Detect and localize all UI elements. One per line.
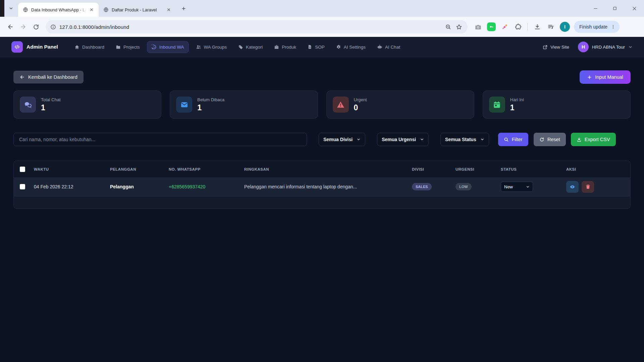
- url-text[interactable]: 127.0.0.1:8000/admin/inbound: [59, 24, 443, 30]
- tab-title: Data Inbound WhatsApp - Lara: [31, 7, 88, 12]
- code-logo-icon: [11, 41, 23, 53]
- browser-tab-strip: Data Inbound WhatsApp - Lara Daftar Prod…: [0, 0, 644, 17]
- user-avatar: H: [578, 42, 589, 52]
- nav-items: Dashboard Projects Inbound WA WA Groups …: [70, 41, 405, 53]
- filter-button[interactable]: Filter: [498, 133, 528, 146]
- close-window-button[interactable]: [625, 0, 644, 17]
- cell-ringkasan: Pelanggan mencari informasi tentang lapt…: [244, 184, 412, 189]
- downloads-icon[interactable]: [532, 21, 543, 33]
- eyedropper-icon[interactable]: [499, 21, 511, 33]
- table-footer: [14, 196, 630, 208]
- key-icon: [487, 22, 496, 31]
- refresh-icon: [539, 137, 544, 142]
- folder-icon: [116, 45, 121, 50]
- nav-item-sop[interactable]: SOP: [303, 42, 329, 53]
- urgensi-select[interactable]: Semua Urgensi: [377, 133, 429, 146]
- export-csv-label: Export CSV: [585, 137, 610, 142]
- maximize-button[interactable]: [605, 0, 625, 17]
- finish-update-button[interactable]: Finish update: [574, 21, 620, 33]
- view-button[interactable]: [566, 181, 579, 193]
- close-icon[interactable]: [88, 6, 95, 13]
- nav-item-wa-groups[interactable]: WA Groups: [192, 41, 231, 53]
- briefcase-icon: [274, 45, 279, 50]
- col-whatsapp: NO. WHATSAPP: [169, 167, 244, 171]
- view-site-label: View Site: [550, 45, 569, 50]
- inbound-table: WAKTU PELANGGAN NO. WHATSAPP RINGKASAN D…: [13, 161, 631, 209]
- address-bar[interactable]: 127.0.0.1:8000/admin/inbound: [46, 20, 468, 34]
- back-to-dashboard-button[interactable]: Kembali ke Dashboard: [13, 71, 84, 83]
- calendar-icon: [489, 97, 505, 113]
- chevron-down-icon: [628, 45, 633, 49]
- status-select[interactable]: Semua Status: [440, 133, 489, 146]
- cell-waktu: 04 Feb 2026 22:12: [34, 184, 110, 189]
- window-corner: [0, 0, 4, 17]
- back-icon[interactable]: [4, 20, 17, 33]
- mail-icon: [176, 97, 192, 113]
- table-row: 04 Feb 2026 22:12 Pelanggan +62856599374…: [14, 177, 630, 196]
- forward-icon[interactable]: [17, 20, 30, 33]
- user-menu[interactable]: H HRD ABNA Tour: [578, 42, 633, 52]
- row-checkbox[interactable]: [20, 184, 25, 189]
- eye-icon: [570, 184, 575, 190]
- cell-pelanggan: Pelanggan: [110, 184, 169, 189]
- col-urgensi: URGENSI: [455, 167, 501, 171]
- nav-item-kategori[interactable]: Kategori: [234, 42, 267, 53]
- reset-button[interactable]: Reset: [534, 133, 566, 146]
- whatsapp-icon: [152, 45, 157, 50]
- download-icon: [577, 137, 582, 142]
- chevron-down-icon: [420, 137, 424, 141]
- nav-item-ai-settings[interactable]: AI Settings: [332, 42, 370, 53]
- delete-button[interactable]: [582, 181, 594, 193]
- filter-button-label: Filter: [512, 137, 523, 142]
- view-site-link[interactable]: View Site: [543, 45, 569, 50]
- media-queue-icon[interactable]: [545, 21, 556, 33]
- bookmark-star-icon[interactable]: [453, 21, 464, 32]
- nav-item-label: Kategori: [246, 45, 263, 50]
- brand[interactable]: Admin Panel: [11, 41, 58, 53]
- select-all-checkbox[interactable]: [20, 167, 25, 172]
- tab-search-button[interactable]: [6, 3, 16, 13]
- external-link-icon: [543, 45, 548, 50]
- nav-item-label: AI Settings: [344, 45, 366, 50]
- input-manual-button[interactable]: Input Manual: [580, 70, 631, 84]
- gear-icon: [336, 45, 341, 50]
- plus-icon: [587, 75, 592, 80]
- row-status-select[interactable]: New: [501, 182, 533, 192]
- brand-name: Admin Panel: [26, 44, 58, 50]
- nav-item-produk[interactable]: Produk: [270, 42, 301, 53]
- extensions-puzzle-icon[interactable]: [513, 21, 524, 33]
- col-status: STATUS: [501, 167, 566, 171]
- nav-item-label: AI Chat: [385, 45, 400, 50]
- nav-item-ai-chat[interactable]: AI Chat: [373, 41, 405, 53]
- new-tab-button[interactable]: [178, 3, 189, 13]
- trash-icon: [585, 184, 591, 189]
- nav-item-dashboard[interactable]: Dashboard: [70, 42, 109, 53]
- input-manual-label: Input Manual: [595, 74, 623, 80]
- camera-icon[interactable]: [472, 21, 484, 33]
- nav-item-inbound-wa[interactable]: Inbound WA: [147, 41, 189, 53]
- toolbar-divider: [527, 23, 528, 31]
- window-controls: [586, 0, 644, 17]
- close-icon[interactable]: [165, 6, 172, 13]
- password-extension-icon[interactable]: [486, 21, 497, 33]
- stat-value: 1: [197, 103, 224, 112]
- divisi-badge: SALES: [412, 183, 432, 190]
- stat-card-urgent: Urgent 0: [326, 90, 474, 119]
- export-csv-button[interactable]: Export CSV: [571, 133, 616, 146]
- browser-tab-inactive[interactable]: Daftar Produk - Laravel: [99, 3, 176, 17]
- browser-menu-icon[interactable]: [609, 22, 618, 31]
- reload-icon[interactable]: [30, 20, 42, 33]
- warning-triangle-icon: [333, 97, 349, 113]
- cell-whatsapp-number[interactable]: +6285659937420: [169, 184, 244, 189]
- search-input[interactable]: [13, 133, 307, 146]
- col-ringkasan: RINGKASAN: [244, 167, 412, 171]
- browser-profile-avatar[interactable]: I: [560, 22, 570, 32]
- browser-tab-active[interactable]: Data Inbound WhatsApp - Lara: [18, 3, 99, 17]
- minimize-button[interactable]: [586, 0, 605, 17]
- site-info-icon[interactable]: [50, 24, 56, 30]
- divisi-select[interactable]: Semua Divisi: [319, 133, 365, 146]
- robot-icon: [377, 44, 382, 50]
- nav-item-projects[interactable]: Projects: [111, 42, 144, 53]
- chevron-down-icon: [526, 185, 530, 189]
- zoom-out-icon[interactable]: [443, 21, 453, 32]
